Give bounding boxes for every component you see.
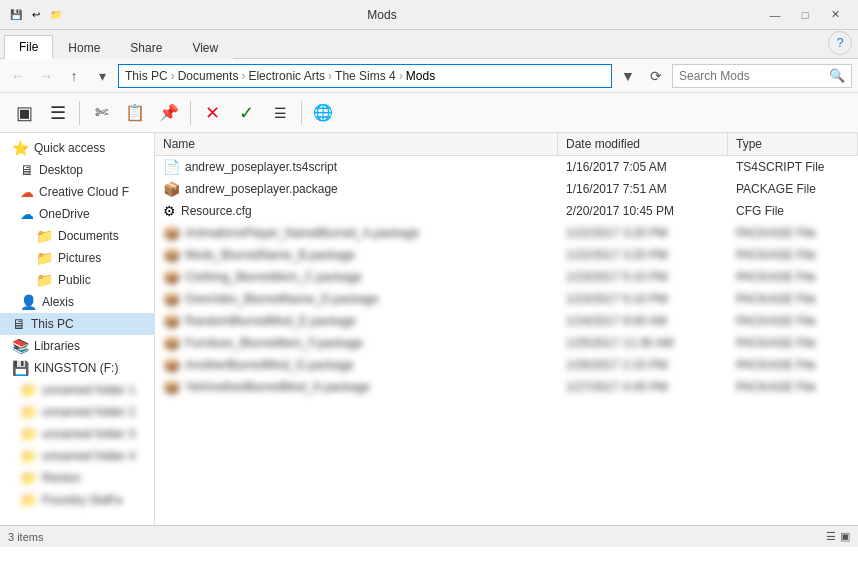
public-icon: 📁	[36, 272, 53, 288]
file-row-blurred[interactable]: 📦AnimationsPlayer_NameBlurred_A.package …	[155, 222, 858, 244]
file-name-package: andrew_poseplayer.package	[185, 182, 338, 196]
rename-button[interactable]: ✓	[230, 97, 262, 129]
col-header-type[interactable]: Type	[728, 133, 858, 155]
recent-locations-button[interactable]: ▾	[90, 64, 114, 88]
sidebar-item-blurred-2[interactable]: 📁 unnamed folder 2	[0, 401, 154, 423]
status-right: ☰ ▣	[826, 530, 850, 543]
view-grid-button[interactable]: ▣	[840, 530, 850, 543]
tab-share[interactable]: Share	[115, 36, 177, 59]
minimize-button[interactable]: —	[760, 0, 790, 30]
onedrive-icon: ☁	[20, 206, 34, 222]
desktop-icon: 🖥	[20, 162, 34, 178]
tab-file[interactable]: File	[4, 35, 53, 59]
file-name-ts4script: andrew_poseplayer.ts4script	[185, 160, 337, 174]
sidebar-item-creativecloud[interactable]: ☁ Creative Cloud F	[0, 181, 154, 203]
search-input[interactable]	[679, 69, 829, 83]
breadcrumb-mods[interactable]: Mods	[406, 69, 435, 83]
window-controls: — □ ✕	[760, 0, 850, 30]
status-text: 3 items	[8, 531, 826, 543]
file-date-package: 1/16/2017 7:51 AM	[558, 182, 728, 196]
sidebar-item-onedrive[interactable]: ☁ OneDrive	[0, 203, 154, 225]
file-date-ts4script: 1/16/2017 7:05 AM	[558, 160, 728, 174]
sidebar-label-thispc: This PC	[31, 317, 74, 331]
window-title: Mods	[4, 8, 760, 22]
file-row[interactable]: 📦 andrew_poseplayer.package 1/16/2017 7:…	[155, 178, 858, 200]
search-box[interactable]: 🔍	[672, 64, 852, 88]
sidebar-label-alexis: Alexis	[42, 295, 74, 309]
file-row-blurred[interactable]: 📦Overrides_BlurredName_D.package 1/23/20…	[155, 288, 858, 310]
file-list: Name Date modified Type 📄 andrew_posepla…	[155, 133, 858, 525]
dropdown-address-button[interactable]: ▼	[616, 64, 640, 88]
file-list-header: Name Date modified Type	[155, 133, 858, 156]
file-row[interactable]: ⚙ Resource.cfg 2/20/2017 10:45 PM CFG Fi…	[155, 200, 858, 222]
sidebar-item-libraries[interactable]: 📚 Libraries	[0, 335, 154, 357]
sidebar-item-blurred-3[interactable]: 📁 unnamed folder 3	[0, 423, 154, 445]
sidebar-label-onedrive: OneDrive	[39, 207, 90, 221]
breadcrumb-documents[interactable]: Documents	[178, 69, 239, 83]
toolbar-separator-2	[190, 101, 191, 125]
properties-button[interactable]: ☰	[264, 97, 296, 129]
sidebar-label-libraries: Libraries	[34, 339, 80, 353]
file-row[interactable]: 📄 andrew_poseplayer.ts4script 1/16/2017 …	[155, 156, 858, 178]
sidebar-item-thispc[interactable]: 🖥 This PC	[0, 313, 154, 335]
breadcrumb-thesims4[interactable]: The Sims 4	[335, 69, 396, 83]
back-button[interactable]: ←	[6, 64, 30, 88]
address-path[interactable]: This PC › Documents › Electronic Arts › …	[118, 64, 612, 88]
file-row-blurred[interactable]: 📦Mods_BlurredName_B.package 1/22/2017 3:…	[155, 244, 858, 266]
sidebar-item-blurred-5[interactable]: 📁 Renton	[0, 467, 154, 489]
maximize-button[interactable]: □	[790, 0, 820, 30]
view-list-button[interactable]: ☰	[826, 530, 836, 543]
title-bar: 💾 ↩ 📁 Mods — □ ✕	[0, 0, 858, 30]
creativecloud-icon: ☁	[20, 184, 34, 200]
sidebar-label-desktop: Desktop	[39, 163, 83, 177]
sidebar-item-public[interactable]: 📁 Public	[0, 269, 154, 291]
col-header-date[interactable]: Date modified	[558, 133, 728, 155]
ribbon-tabs: File Home Share View ?	[0, 30, 858, 58]
file-row-blurred[interactable]: 📦Clothing_BlurredItem_C.package 1/23/201…	[155, 266, 858, 288]
file-row-blurred[interactable]: 📦RandomBlurredMod_E.package 1/24/2017 9:…	[155, 310, 858, 332]
file-row-blurred[interactable]: 📦Furniture_BlurredItem_F.package 1/25/20…	[155, 332, 858, 354]
forward-button[interactable]: →	[34, 64, 58, 88]
file-icon-package: 📦	[163, 181, 180, 197]
close-button[interactable]: ✕	[820, 0, 850, 30]
up-button[interactable]: ↑	[62, 64, 86, 88]
file-icon-cfg: ⚙	[163, 203, 176, 219]
sidebar-label-creativecloud: Creative Cloud F	[39, 185, 129, 199]
cut-button[interactable]: ✄	[85, 97, 117, 129]
thispc-icon: 🖥	[12, 316, 26, 332]
col-header-name[interactable]: Name	[155, 133, 558, 155]
tab-view[interactable]: View	[177, 36, 233, 59]
sidebar-label-pictures: Pictures	[58, 251, 101, 265]
file-row-blurred[interactable]: 📦AnotherBlurredMod_G.package 1/26/2017 2…	[155, 354, 858, 376]
sidebar-item-pictures[interactable]: 📁 Pictures	[0, 247, 154, 269]
quickaccess-icon: ⭐	[12, 140, 29, 156]
sidebar-item-blurred-1[interactable]: 📁 unnamed folder 1	[0, 379, 154, 401]
sidebar-label-public: Public	[58, 273, 91, 287]
tab-home[interactable]: Home	[53, 36, 115, 59]
breadcrumb-electronicarts[interactable]: Electronic Arts	[248, 69, 325, 83]
file-row-blurred[interactable]: 📦YetAnotherBlurredMod_H.package 1/27/201…	[155, 376, 858, 398]
file-type-cfg: CFG File	[728, 204, 858, 218]
sidebar: ⭐ Quick access 🖥 Desktop ☁ Creative Clou…	[0, 133, 155, 525]
delete-button[interactable]: ✕	[196, 97, 228, 129]
toolbar-separator-3	[301, 101, 302, 125]
sidebar-item-quickaccess[interactable]: ⭐ Quick access	[0, 137, 154, 159]
sidebar-item-documents[interactable]: 📁 Documents	[0, 225, 154, 247]
libraries-icon: 📚	[12, 338, 29, 354]
sidebar-item-alexis[interactable]: 👤 Alexis	[0, 291, 154, 313]
sidebar-item-blurred-6[interactable]: 📁 Foundry Staff ▸	[0, 489, 154, 511]
help-button[interactable]: ?	[828, 31, 852, 55]
sidebar-label-documents: Documents	[58, 229, 119, 243]
sidebar-item-blurred-4[interactable]: 📁 unnamed folder 4	[0, 445, 154, 467]
paste-button[interactable]: 📌	[153, 97, 185, 129]
sidebar-item-kingston[interactable]: 💾 KINGSTON (F:)	[0, 357, 154, 379]
copy-button[interactable]: 📋	[119, 97, 151, 129]
file-type-ts4script: TS4SCRIPT File	[728, 160, 858, 174]
breadcrumb-thispc[interactable]: This PC	[125, 69, 168, 83]
view-options-button[interactable]: ☰	[42, 97, 74, 129]
sidebar-item-desktop[interactable]: 🖥 Desktop	[0, 159, 154, 181]
view-toggle-button[interactable]: ▣	[8, 97, 40, 129]
refresh-button[interactable]: ⟳	[644, 64, 668, 88]
open-internet-button[interactable]: 🌐	[307, 97, 339, 129]
alexis-icon: 👤	[20, 294, 37, 310]
